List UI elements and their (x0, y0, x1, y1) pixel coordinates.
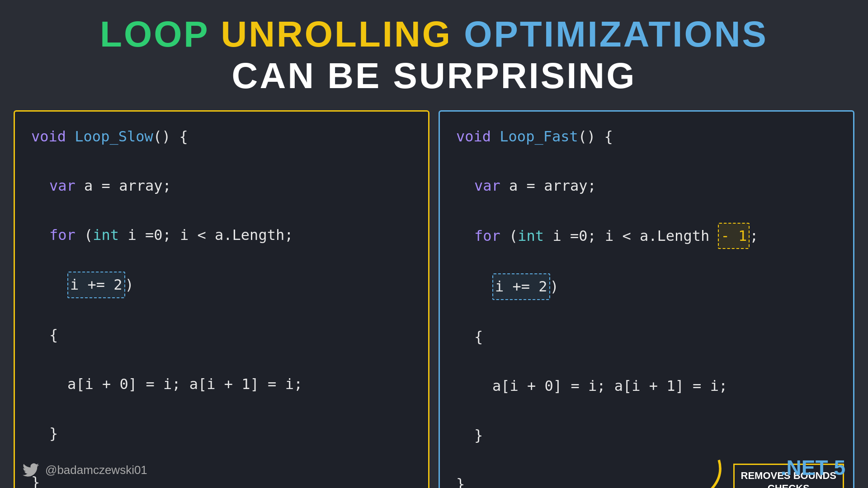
code-panels: void Loop_Slow() { var a = array; for (i… (0, 110, 868, 488)
twitter-icon (23, 462, 39, 478)
twitter-handle: @badamczewski01 (45, 463, 147, 477)
net5-label: .NET 5 (781, 455, 845, 480)
code-panel-fast: void Loop_Fast() { var a = array; for (i… (439, 110, 854, 488)
title-word-loop: LOOP (100, 14, 209, 54)
code-slow-text: void Loop_Slow() { var a = array; for (i… (31, 124, 412, 488)
title-area: LOOP UNROLLING OPTIMIZATIONS CAN BE SURP… (0, 0, 868, 106)
code-panel-slow: void Loop_Slow() { var a = array; for (i… (14, 110, 429, 488)
footer: @badamczewski01 (23, 462, 147, 478)
code-fast-text: void Loop_Fast() { var a = array; for (i… (456, 124, 837, 488)
title-word-unrolling: UNROLLING (221, 14, 453, 54)
title-line1: LOOP UNROLLING OPTIMIZATIONS (0, 14, 868, 55)
arrow-icon (693, 456, 729, 488)
title-word-optimizations: OPTIMIZATIONS (464, 14, 768, 54)
title-line2: CAN BE SURPRISING (0, 55, 868, 97)
removes-bounds-line2: CHECKS (741, 482, 836, 488)
